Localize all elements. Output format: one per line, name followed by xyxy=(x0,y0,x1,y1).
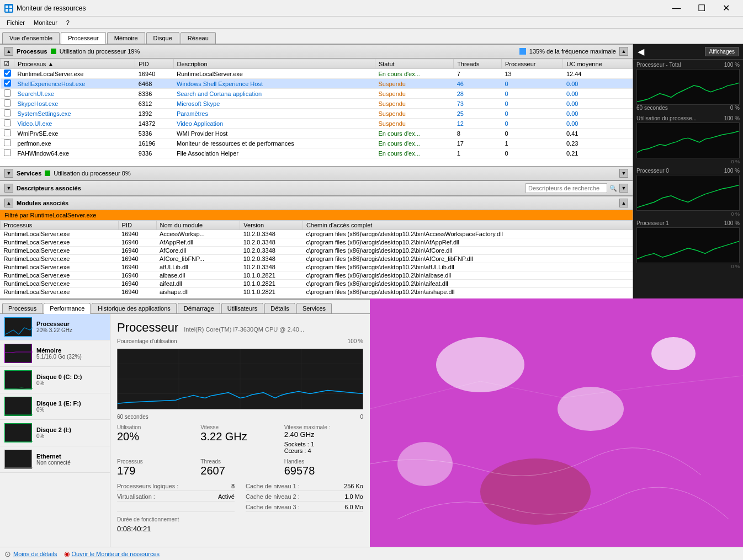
open-monitor-link[interactable]: Ouvrir le Moniteur de ressources xyxy=(72,551,160,557)
table-row[interactable]: SkypeHost.exe 6312 Microsoft Skype Suspe… xyxy=(1,99,633,109)
table-row[interactable]: perfmon.exe 16196 Moniteur de ressources… xyxy=(1,138,633,148)
processus-section-header[interactable]: ▲ Processus Utilisation du processeur 19… xyxy=(0,44,633,58)
services-expand-btn[interactable]: ▼ xyxy=(619,169,628,178)
processus-collapse-btn[interactable]: ▲ xyxy=(4,47,13,56)
mod-path: c\program files (x86)\arcgis\desktop10.2… xyxy=(302,238,632,247)
process-pid: 1392 xyxy=(135,109,173,119)
freq-indicator xyxy=(519,48,526,55)
table-row[interactable]: ShellExperienceHost.exe 6468 Windows She… xyxy=(1,79,633,89)
tab-demarrage[interactable]: Démarrage xyxy=(178,303,220,313)
perf-memory-chart xyxy=(4,344,32,363)
table-row[interactable]: RuntimeLocalServer.exe 16940 aibase.dll … xyxy=(1,271,633,280)
tab-performance[interactable]: Performance xyxy=(44,303,91,314)
table-row[interactable]: RuntimeLocalServer.exe 16940 RuntimeLoca… xyxy=(1,69,633,79)
maximize-button[interactable]: ☐ xyxy=(689,0,714,17)
affichages-button[interactable]: Affichages xyxy=(705,47,739,56)
descriptors-search-input[interactable] xyxy=(526,183,607,193)
perf-item-disk0[interactable]: Disque 0 (C: D:) 0% xyxy=(0,367,110,393)
close-button[interactable]: ✕ xyxy=(714,0,739,17)
coeurs-value: 4 xyxy=(307,447,311,454)
process-desc: Video Application xyxy=(173,119,375,129)
process-avg: 0.23 xyxy=(563,138,633,148)
svg-rect-2 xyxy=(9,6,12,8)
menu-moniteur[interactable]: Moniteur xyxy=(29,18,62,27)
mod-col-path[interactable]: Chemin d'accès complet xyxy=(302,221,632,230)
processus-expand-btn[interactable]: ▲ xyxy=(619,47,628,56)
mod-col-version[interactable]: Version xyxy=(240,221,303,230)
table-row[interactable]: WmiPrvSE.exe 5336 WMI Provider Host En c… xyxy=(1,129,633,138)
table-row[interactable]: RuntimeLocalServer.exe 16940 aishape.dll… xyxy=(1,288,633,296)
tab-utilisateurs[interactable]: Utilisateurs xyxy=(221,303,263,313)
process-desc: RuntimeLocalServer.exe xyxy=(173,69,375,79)
perf-item-cpu[interactable]: Processeur 20% 3.22 GHz xyxy=(0,314,110,340)
mod-col-pid[interactable]: PID xyxy=(118,221,156,230)
search-icon: 🔍 xyxy=(609,185,617,192)
services-collapse-btn[interactable]: ▼ xyxy=(4,169,13,178)
tab-services[interactable]: Services xyxy=(296,303,332,313)
col-processus[interactable]: Processus ▲ xyxy=(14,59,135,69)
descriptors-section-header[interactable]: ▼ Descripteurs associés 🔍 ▼ xyxy=(0,180,633,196)
utilisation-label: Utilisation xyxy=(117,424,196,430)
rp-collapse-btn[interactable]: ◀ xyxy=(638,46,644,57)
menu-help[interactable]: ? xyxy=(62,18,74,27)
tab-reseau[interactable]: Réseau xyxy=(181,32,216,44)
tab-memoire[interactable]: Mémoire xyxy=(107,32,145,44)
tab-historique[interactable]: Historique des applications xyxy=(92,303,176,313)
svg-point-14 xyxy=(436,337,524,392)
table-row[interactable]: RuntimeLocalServer.exe 16940 AccessWorks… xyxy=(1,230,633,238)
mod-col-processus[interactable]: Processus xyxy=(1,221,119,230)
col-description[interactable]: Description xyxy=(173,59,375,69)
mod-path: c\program files (x86)\arcgis\desktop10.2… xyxy=(302,271,632,280)
col-threads[interactable]: Threads xyxy=(454,59,502,69)
process-avg: 0.21 xyxy=(563,148,633,158)
perf-item-ethernet[interactable]: Ethernet Non connecté xyxy=(0,446,110,473)
col-processeur[interactable]: Processeur xyxy=(501,59,563,69)
process-checkbox[interactable] xyxy=(4,79,11,87)
tab-overview[interactable]: Vue d'ensemble xyxy=(2,32,60,44)
perf-chart-time: 60 secondes xyxy=(117,414,148,420)
perf-item-disk1[interactable]: Disque 1 (E: F:) 0% xyxy=(0,393,110,420)
process-checkbox[interactable] xyxy=(4,139,11,146)
col-statut[interactable]: Statut xyxy=(375,59,453,69)
mod-module: aishape.dll xyxy=(156,288,240,296)
process-checkbox[interactable] xyxy=(4,119,11,126)
table-row[interactable]: SearchUI.exe 8336 Search and Cortana app… xyxy=(1,89,633,99)
mod-pid: 16940 xyxy=(118,271,156,280)
mod-pid: 16940 xyxy=(118,238,156,247)
tab-disque[interactable]: Disque xyxy=(146,32,179,44)
perf-item-disk2[interactable]: Disque 2 (I:) 0% xyxy=(0,420,110,446)
table-row[interactable]: RuntimeLocalServer.exe 16940 AfCore_libF… xyxy=(1,255,633,263)
process-checkbox[interactable] xyxy=(4,89,11,97)
modules-section-header[interactable]: ▲ Modules associés ▲ xyxy=(0,196,633,210)
services-section-header[interactable]: ▼ Services Utilisation du processeur 0% … xyxy=(0,166,633,180)
modules-expand-btn[interactable]: ▲ xyxy=(619,199,628,207)
tab-details[interactable]: Détails xyxy=(264,303,295,313)
table-row[interactable]: Video.UI.exe 14372 Video Application Sus… xyxy=(1,119,633,129)
descriptors-collapse-btn[interactable]: ▼ xyxy=(4,184,13,193)
col-uc-moyenne[interactable]: UC moyenne xyxy=(563,59,633,69)
perf-item-memory[interactable]: Mémoire 5.1/16.0 Go (32%) xyxy=(0,340,110,367)
process-pid: 14372 xyxy=(135,119,173,129)
table-row[interactable]: RuntimeLocalServer.exe 16940 aifeat.dll … xyxy=(1,280,633,288)
mod-col-module[interactable]: Nom du module xyxy=(156,221,240,230)
process-avg: 0.00 xyxy=(563,109,633,119)
process-desc: Microsoft Skype xyxy=(173,99,375,109)
table-row[interactable]: RuntimeLocalServer.exe 16940 AfAppRef.dl… xyxy=(1,238,633,247)
process-checkbox[interactable] xyxy=(4,99,11,106)
process-checkbox[interactable] xyxy=(4,149,11,156)
tab-processus[interactable]: Processus xyxy=(2,303,43,313)
process-checkbox[interactable] xyxy=(4,109,11,116)
descriptors-expand-btn[interactable]: ▼ xyxy=(619,184,628,193)
table-row[interactable]: SystemSettings.exe 1392 Paramètres Suspe… xyxy=(1,109,633,119)
less-detail-link[interactable]: Moins de détails xyxy=(13,551,57,557)
table-row[interactable]: FAHWindow64.exe 9336 File Association He… xyxy=(1,148,633,158)
minimize-button[interactable]: — xyxy=(664,0,689,17)
process-checkbox[interactable] xyxy=(4,129,11,136)
modules-collapse-btn[interactable]: ▲ xyxy=(4,199,13,207)
table-row[interactable]: RuntimeLocalServer.exe 16940 AfCore.dll … xyxy=(1,247,633,255)
menu-fichier[interactable]: Fichier xyxy=(2,18,29,27)
process-checkbox[interactable] xyxy=(4,70,11,77)
table-row[interactable]: RuntimeLocalServer.exe 16940 afULLib.dll… xyxy=(1,263,633,271)
tab-processeur[interactable]: Processeur xyxy=(61,32,106,44)
col-pid[interactable]: PID xyxy=(135,59,173,69)
